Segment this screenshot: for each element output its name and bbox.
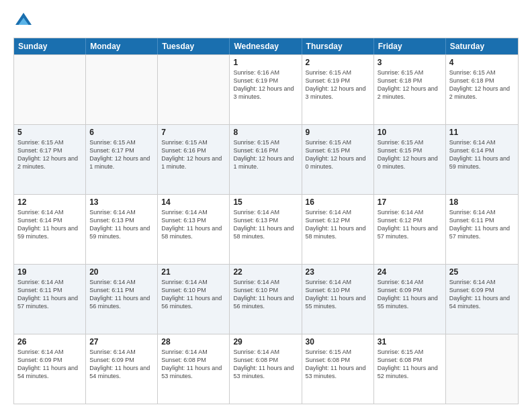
day-info: Sunrise: 6:15 AM Sunset: 6:08 PM Dayligh…: [378, 348, 442, 381]
calendar-day-18: 18Sunrise: 6:14 AM Sunset: 6:11 PM Dayli…: [446, 195, 518, 264]
weekday-header: Friday: [374, 38, 446, 54]
day-info: Sunrise: 6:14 AM Sunset: 6:14 PM Dayligh…: [449, 138, 515, 171]
day-info: Sunrise: 6:15 AM Sunset: 6:19 PM Dayligh…: [306, 68, 370, 101]
day-number: 21: [161, 267, 226, 277]
day-number: 26: [17, 337, 82, 347]
day-number: 11: [449, 128, 515, 137]
day-info: Sunrise: 6:15 AM Sunset: 6:15 PM Dayligh…: [306, 138, 370, 171]
day-info: Sunrise: 6:14 AM Sunset: 6:09 PM Dayligh…: [89, 348, 154, 381]
weekday-header: Wednesday: [230, 38, 302, 54]
day-number: 15: [233, 197, 298, 207]
calendar-day-3: 3Sunrise: 6:15 AM Sunset: 6:18 PM Daylig…: [374, 55, 446, 124]
day-number: 20: [89, 267, 154, 277]
calendar-day-15: 15Sunrise: 6:14 AM Sunset: 6:13 PM Dayli…: [230, 195, 302, 264]
day-number: 18: [449, 197, 515, 207]
calendar-day-12: 12Sunrise: 6:14 AM Sunset: 6:14 PM Dayli…: [14, 195, 86, 264]
day-info: Sunrise: 6:15 AM Sunset: 6:15 PM Dayligh…: [378, 138, 442, 171]
calendar-day-7: 7Sunrise: 6:15 AM Sunset: 6:16 PM Daylig…: [158, 125, 230, 194]
day-info: Sunrise: 6:14 AM Sunset: 6:08 PM Dayligh…: [161, 348, 226, 381]
weekday-header: Monday: [86, 38, 158, 54]
day-number: 25: [449, 267, 515, 277]
day-number: 13: [89, 197, 154, 207]
calendar-row: 5Sunrise: 6:15 AM Sunset: 6:17 PM Daylig…: [14, 124, 518, 194]
logo-icon: [13, 11, 34, 31]
calendar-day-5: 5Sunrise: 6:15 AM Sunset: 6:17 PM Daylig…: [14, 125, 86, 194]
calendar-day-2: 2Sunrise: 6:15 AM Sunset: 6:19 PM Daylig…: [302, 55, 374, 124]
calendar-day-30: 30Sunrise: 6:15 AM Sunset: 6:08 PM Dayli…: [302, 334, 374, 404]
calendar-empty-cell: [158, 55, 230, 124]
calendar-header: SundayMondayTuesdayWednesdayThursdayFrid…: [14, 38, 518, 54]
day-number: 30: [306, 337, 370, 347]
day-info: Sunrise: 6:15 AM Sunset: 6:16 PM Dayligh…: [161, 138, 226, 171]
logo: [13, 11, 36, 31]
calendar-row: 19Sunrise: 6:14 AM Sunset: 6:11 PM Dayli…: [14, 264, 518, 334]
calendar-row: 12Sunrise: 6:14 AM Sunset: 6:14 PM Dayli…: [14, 194, 518, 264]
calendar-day-14: 14Sunrise: 6:14 AM Sunset: 6:13 PM Dayli…: [158, 195, 230, 264]
calendar: SundayMondayTuesdayWednesdayThursdayFrid…: [13, 38, 519, 404]
day-info: Sunrise: 6:15 AM Sunset: 6:18 PM Dayligh…: [378, 68, 442, 101]
day-number: 29: [233, 337, 298, 347]
calendar-empty-cell: [86, 55, 158, 124]
day-info: Sunrise: 6:14 AM Sunset: 6:11 PM Dayligh…: [17, 278, 82, 311]
calendar-day-8: 8Sunrise: 6:15 AM Sunset: 6:16 PM Daylig…: [230, 125, 302, 194]
day-info: Sunrise: 6:14 AM Sunset: 6:10 PM Dayligh…: [306, 278, 370, 311]
calendar-day-11: 11Sunrise: 6:14 AM Sunset: 6:14 PM Dayli…: [446, 125, 518, 194]
day-info: Sunrise: 6:15 AM Sunset: 6:16 PM Dayligh…: [233, 138, 298, 171]
day-number: 19: [17, 267, 82, 277]
day-number: 4: [449, 58, 515, 67]
calendar-day-20: 20Sunrise: 6:14 AM Sunset: 6:11 PM Dayli…: [86, 265, 158, 334]
day-number: 8: [233, 128, 298, 137]
day-info: Sunrise: 6:14 AM Sunset: 6:09 PM Dayligh…: [17, 348, 82, 381]
weekday-header: Thursday: [302, 38, 374, 54]
day-number: 10: [378, 128, 442, 137]
calendar-day-23: 23Sunrise: 6:14 AM Sunset: 6:10 PM Dayli…: [302, 265, 374, 334]
page-header: [13, 11, 519, 31]
calendar-empty-cell: [14, 55, 86, 124]
calendar-body: 1Sunrise: 6:16 AM Sunset: 6:19 PM Daylig…: [14, 54, 518, 404]
calendar-empty-cell: [446, 334, 518, 404]
calendar-day-6: 6Sunrise: 6:15 AM Sunset: 6:17 PM Daylig…: [86, 125, 158, 194]
calendar-day-19: 19Sunrise: 6:14 AM Sunset: 6:11 PM Dayli…: [14, 265, 86, 334]
calendar-day-9: 9Sunrise: 6:15 AM Sunset: 6:15 PM Daylig…: [302, 125, 374, 194]
day-number: 7: [161, 128, 226, 137]
day-number: 16: [306, 197, 370, 207]
day-number: 23: [306, 267, 370, 277]
day-number: 24: [378, 267, 442, 277]
day-number: 22: [233, 267, 298, 277]
day-info: Sunrise: 6:14 AM Sunset: 6:10 PM Dayligh…: [161, 278, 226, 311]
calendar-day-31: 31Sunrise: 6:15 AM Sunset: 6:08 PM Dayli…: [374, 334, 446, 404]
day-info: Sunrise: 6:14 AM Sunset: 6:11 PM Dayligh…: [449, 208, 515, 241]
day-number: 5: [17, 128, 82, 137]
day-info: Sunrise: 6:14 AM Sunset: 6:09 PM Dayligh…: [449, 278, 515, 311]
day-info: Sunrise: 6:14 AM Sunset: 6:11 PM Dayligh…: [89, 278, 154, 311]
calendar-day-10: 10Sunrise: 6:15 AM Sunset: 6:15 PM Dayli…: [374, 125, 446, 194]
calendar-day-29: 29Sunrise: 6:14 AM Sunset: 6:08 PM Dayli…: [230, 334, 302, 404]
day-number: 3: [378, 58, 442, 67]
calendar-day-27: 27Sunrise: 6:14 AM Sunset: 6:09 PM Dayli…: [86, 334, 158, 404]
calendar-day-4: 4Sunrise: 6:15 AM Sunset: 6:18 PM Daylig…: [446, 55, 518, 124]
day-number: 31: [378, 337, 442, 347]
calendar-day-24: 24Sunrise: 6:14 AM Sunset: 6:09 PM Dayli…: [374, 265, 446, 334]
day-info: Sunrise: 6:15 AM Sunset: 6:17 PM Dayligh…: [89, 138, 154, 171]
day-number: 12: [17, 197, 82, 207]
weekday-header: Saturday: [446, 38, 518, 54]
day-info: Sunrise: 6:14 AM Sunset: 6:13 PM Dayligh…: [233, 208, 298, 241]
calendar-day-16: 16Sunrise: 6:14 AM Sunset: 6:12 PM Dayli…: [302, 195, 374, 264]
day-info: Sunrise: 6:15 AM Sunset: 6:17 PM Dayligh…: [17, 138, 82, 171]
day-info: Sunrise: 6:16 AM Sunset: 6:19 PM Dayligh…: [233, 68, 298, 101]
calendar-row: 26Sunrise: 6:14 AM Sunset: 6:09 PM Dayli…: [14, 334, 518, 404]
calendar-day-26: 26Sunrise: 6:14 AM Sunset: 6:09 PM Dayli…: [14, 334, 86, 404]
day-number: 27: [89, 337, 154, 347]
calendar-row: 1Sunrise: 6:16 AM Sunset: 6:19 PM Daylig…: [14, 54, 518, 124]
day-info: Sunrise: 6:14 AM Sunset: 6:08 PM Dayligh…: [233, 348, 298, 381]
day-number: 28: [161, 337, 226, 347]
calendar-day-1: 1Sunrise: 6:16 AM Sunset: 6:19 PM Daylig…: [230, 55, 302, 124]
day-number: 6: [89, 128, 154, 137]
weekday-header: Tuesday: [158, 38, 230, 54]
calendar-day-13: 13Sunrise: 6:14 AM Sunset: 6:13 PM Dayli…: [86, 195, 158, 264]
day-info: Sunrise: 6:14 AM Sunset: 6:14 PM Dayligh…: [17, 208, 82, 241]
day-info: Sunrise: 6:14 AM Sunset: 6:12 PM Dayligh…: [306, 208, 370, 241]
day-info: Sunrise: 6:14 AM Sunset: 6:13 PM Dayligh…: [161, 208, 226, 241]
calendar-day-22: 22Sunrise: 6:14 AM Sunset: 6:10 PM Dayli…: [230, 265, 302, 334]
day-info: Sunrise: 6:14 AM Sunset: 6:09 PM Dayligh…: [378, 278, 442, 311]
